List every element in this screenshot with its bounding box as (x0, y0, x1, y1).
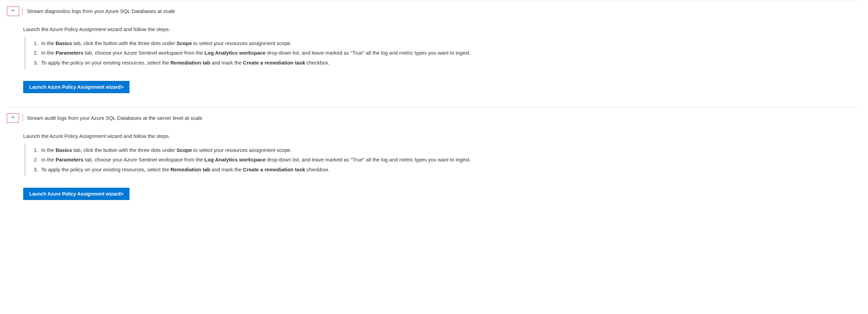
step-line: 1. In the Basics tab, click the button w… (34, 40, 861, 47)
step-number: 3. (34, 166, 40, 174)
steps-block: 1. In the Basics tab, click the button w… (25, 37, 861, 70)
expander-header[interactable]: Stream diagnostics logs from your Azure … (7, 6, 861, 16)
step-number: 1. (34, 146, 40, 154)
collapse-toggle[interactable] (7, 113, 19, 123)
step-bold: Parameters (56, 157, 83, 162)
step-text: drop-down list, and leave marked as "Tru… (265, 157, 471, 162)
step-line: 1. In the Basics tab, click the button w… (34, 146, 861, 154)
step-bold: Scope (177, 40, 192, 46)
step-text: checkbox. (305, 60, 330, 66)
step-bold: Create a remediation task (243, 60, 305, 66)
step-bold: Basics (56, 40, 72, 46)
launch-wizard-button[interactable]: Launch Azure Policy Assignment wizard> (23, 81, 130, 93)
section-title: Stream diagnostics logs from your Azure … (27, 8, 175, 15)
chevron-up-icon (11, 8, 15, 15)
step-text: tab, choose your Azure Sentinel workspac… (83, 157, 204, 162)
step-text: In the (41, 157, 56, 162)
step-text: In the (41, 40, 56, 46)
step-number: 1. (34, 40, 40, 47)
intro-text: Launch the Azure Policy Assignment wizar… (23, 132, 861, 140)
step-text: drop-down list, and leave marked as "Tru… (265, 50, 471, 56)
step-number: 3. (34, 59, 40, 67)
steps-block: 1. In the Basics tab, click the button w… (25, 144, 861, 176)
step-bold: Scope (177, 147, 192, 153)
section-body: Launch the Azure Policy Assignment wizar… (23, 132, 861, 200)
step-bold: Remediation tab (170, 60, 210, 66)
section-title: Stream audit logs from your Azure SQL Da… (27, 114, 202, 122)
expander-section: Stream audit logs from your Azure SQL Da… (7, 107, 861, 214)
step-text: checkbox. (305, 167, 330, 172)
launch-wizard-button[interactable]: Launch Azure Policy Assignment wizard> (23, 188, 130, 200)
step-number: 2. (34, 49, 40, 57)
step-bold: Parameters (56, 50, 83, 56)
step-text: and mark the (210, 60, 243, 66)
step-line: 2. In the Parameters tab, choose your Az… (34, 49, 861, 57)
step-text: To apply the policy on your existing res… (41, 60, 170, 66)
step-text: In the (41, 50, 56, 56)
intro-text: Launch the Azure Policy Assignment wizar… (23, 26, 861, 33)
step-text: In the (41, 147, 56, 153)
step-text: to select your resources assignment scop… (192, 40, 292, 46)
step-bold: Log Analytics workspace (204, 50, 266, 56)
expander-section: Stream diagnostics logs from your Azure … (7, 0, 861, 107)
expander-header[interactable]: Stream audit logs from your Azure SQL Da… (7, 113, 861, 123)
vertical-divider (22, 114, 23, 122)
vertical-divider (22, 8, 23, 15)
step-text: tab, click the button with the three dot… (72, 147, 177, 153)
step-text: To apply the policy on your existing res… (41, 167, 170, 172)
section-body: Launch the Azure Policy Assignment wizar… (23, 26, 861, 93)
step-text: to select your resources assignment scop… (192, 147, 292, 153)
step-line: 3. To apply the policy on your existing … (34, 59, 861, 67)
step-text: tab, click the button with the three dot… (72, 40, 177, 46)
step-bold: Basics (56, 147, 72, 153)
step-text: tab, choose your Azure Sentinel workspac… (83, 50, 204, 56)
collapse-toggle[interactable] (7, 6, 19, 16)
step-bold: Remediation tab (170, 167, 210, 172)
step-text: and mark the (210, 167, 243, 172)
step-bold: Log Analytics workspace (204, 157, 266, 162)
step-line: 2. In the Parameters tab, choose your Az… (34, 156, 861, 164)
chevron-up-icon (11, 115, 15, 122)
step-bold: Create a remediation task (243, 167, 305, 172)
step-number: 2. (34, 156, 40, 164)
step-line: 3. To apply the policy on your existing … (34, 166, 861, 174)
